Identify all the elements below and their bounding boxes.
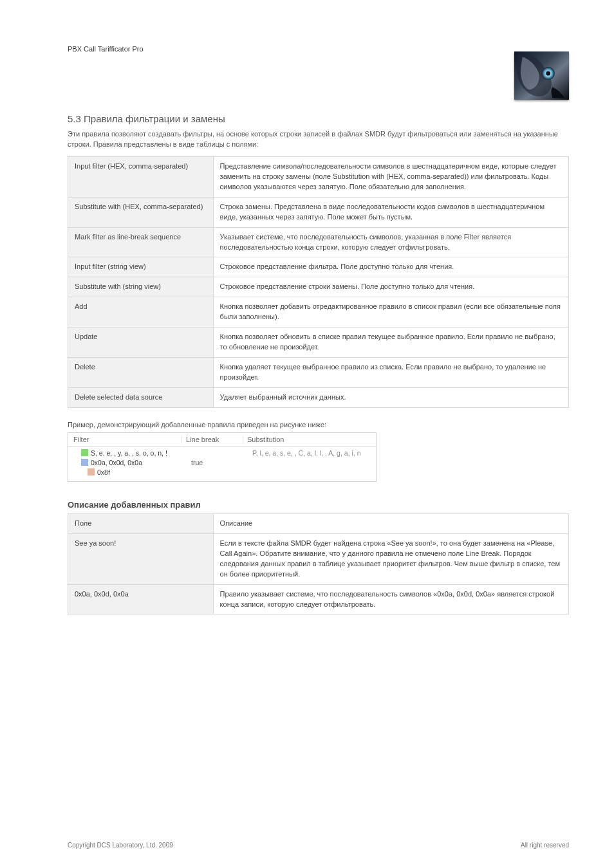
field-name-cell: Substitute with (HEX, comma-separated) xyxy=(68,197,214,227)
svg-point-2 xyxy=(546,71,550,76)
rule-name-cell: 0x0a, 0x0d, 0x0a xyxy=(68,584,214,614)
rules-fields-table: Input filter (HEX, comma-separated)Предс… xyxy=(68,156,569,408)
example-col-linebreak: Line break xyxy=(181,436,243,443)
rules-desc-col-desc: Описание xyxy=(213,513,568,533)
field-name-cell: Mark filter as line-break sequence xyxy=(68,227,214,257)
list-item: S, e, e, , y, a, , s, o, o, n, !P, l, e,… xyxy=(72,448,372,457)
rule-desc-cell: Правило указывает системе, что последова… xyxy=(213,584,568,614)
table-row: See ya soon!Если в тексте файла SMDR буд… xyxy=(68,533,569,584)
header-subtitle: PBX Call Tarifficator Pro xyxy=(68,45,144,53)
color-swatch-icon xyxy=(88,468,95,476)
rules-desc-col-field: Поле xyxy=(68,513,214,533)
wolf-logo xyxy=(514,51,569,100)
table-row: 0x0a, 0x0d, 0x0aПравило указывает систем… xyxy=(68,584,569,614)
field-desc-cell: Строка замены. Представлена в виде после… xyxy=(213,197,568,227)
example-filter-text: S, e, e, , y, a, , s, o, o, n, ! xyxy=(91,449,187,457)
table-row: DeleteКнопка удаляет текущее выбранное п… xyxy=(68,358,569,388)
rule-desc-cell: Если в тексте файла SMDR будет найдена с… xyxy=(213,533,568,584)
table-row: Input filter (string view)Строковое пред… xyxy=(68,257,569,277)
field-desc-cell: Указывает системе, что последовательност… xyxy=(213,227,568,257)
field-desc-cell: Представление символа/последовательности… xyxy=(213,156,568,197)
field-desc-cell: Строковое представление строки замены. П… xyxy=(213,277,568,297)
rules-desc-table: Поле Описание See ya soon!Если в тексте … xyxy=(68,513,569,615)
color-swatch-icon xyxy=(81,449,88,456)
example-col-substitution: Substitution xyxy=(243,436,372,443)
field-desc-cell: Кнопка позволяет добавить отредактирован… xyxy=(213,297,568,328)
example-linebreak-text: true xyxy=(187,459,248,466)
table-row: AddКнопка позволяет добавить отредактиро… xyxy=(68,297,569,328)
table-row: Input filter (HEX, comma-separated)Предс… xyxy=(68,156,569,197)
field-desc-cell: Кнопка позволяет обновить в списке прави… xyxy=(213,328,568,358)
field-name-cell: Delete selected data source xyxy=(68,387,214,407)
field-name-cell: Add xyxy=(68,297,214,328)
field-name-cell: Substitute with (string view) xyxy=(68,277,214,297)
example-filter-text: 0x8f xyxy=(97,468,194,476)
section-title-5-3: 5.3 Правила фильтрации и замены xyxy=(68,113,569,124)
field-name-cell: Input filter (HEX, comma-separated) xyxy=(68,156,214,197)
list-item: 0x8f xyxy=(72,468,372,477)
table-row: Substitute with (HEX, comma-separated)Ст… xyxy=(68,197,569,227)
field-desc-cell: Удаляет выбранный источник данных. xyxy=(213,387,568,407)
table-row: Delete selected data sourceУдаляет выбра… xyxy=(68,387,569,407)
field-name-cell: Input filter (string view) xyxy=(68,257,214,277)
footer-right: All right reserved xyxy=(521,842,569,849)
page-header: PBX Call Tarifficator Pro xyxy=(68,26,569,103)
section-5-3-intro: Эти правила позволяют создавать фильтры,… xyxy=(68,129,569,150)
footer-left: Copyright DCS Laboratory, Ltd. 2009 xyxy=(68,842,173,849)
table-row: UpdateКнопка позволяет обновить в списке… xyxy=(68,328,569,358)
table-row: Mark filter as line-break sequenceУказыв… xyxy=(68,227,569,257)
field-name-cell: Delete xyxy=(68,358,214,388)
rules-example-screenshot: Filter Line break Substitution S, e, e, … xyxy=(68,432,377,482)
example-lead: Пример, демонстрирующий добавленные прав… xyxy=(68,421,569,429)
example-filter-text: 0x0a, 0x0d, 0x0a xyxy=(91,459,187,466)
example-col-filter: Filter xyxy=(72,436,181,443)
page-footer: Copyright DCS Laboratory, Ltd. 2009 All … xyxy=(68,842,569,849)
color-swatch-icon xyxy=(81,459,88,466)
table-row: Substitute with (string view)Строковое п… xyxy=(68,277,569,297)
field-desc-cell: Строковое представление фильтра. Поле до… xyxy=(213,257,568,277)
list-item: 0x0a, 0x0d, 0x0atrue xyxy=(72,458,372,467)
example-substitution-text: P, l, e, a, s, e, , C, a, l, l, , A, g, … xyxy=(248,449,372,457)
field-desc-cell: Кнопка удаляет текущее выбранное правило… xyxy=(213,358,568,388)
field-name-cell: Update xyxy=(68,328,214,358)
section-title-rules-desc: Описание добавленных правил xyxy=(68,500,569,510)
rule-name-cell: See ya soon! xyxy=(68,533,214,584)
